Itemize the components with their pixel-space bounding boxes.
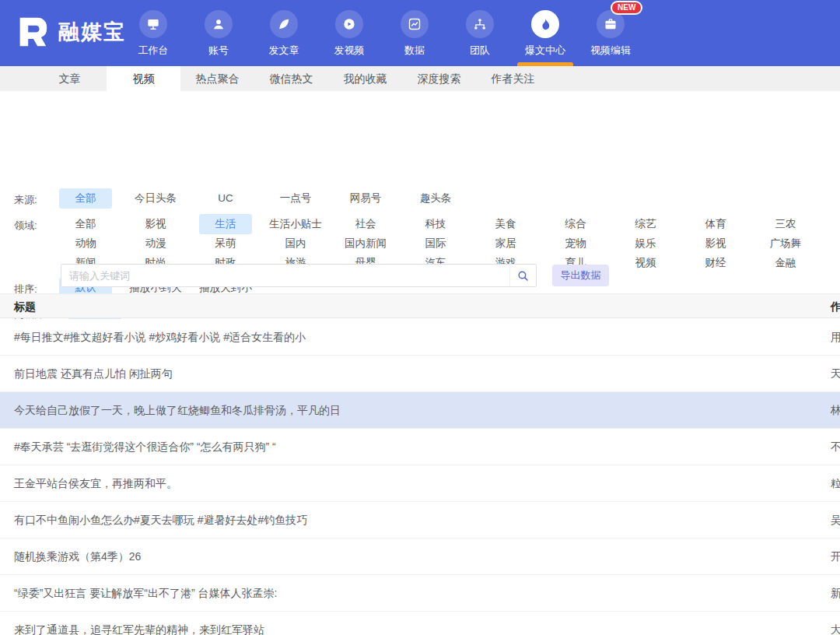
- filter-chip[interactable]: 趣头条: [409, 188, 462, 209]
- tab-2[interactable]: 视频: [107, 66, 180, 91]
- row-title: 今天给自己放假了一天，晚上做了红烧鲫鱼和冬瓜排骨汤，平凡的日: [14, 404, 341, 418]
- search-box: [61, 264, 537, 287]
- filter-chip[interactable]: 一点号: [269, 188, 322, 209]
- table-row[interactable]: 前日地震 还真有点儿怕 闲扯两句天: [0, 356, 840, 392]
- nav-item-user[interactable]: 账号: [186, 0, 251, 66]
- table-row[interactable]: 王金平站台侯友宜，再推两和平。粒: [0, 465, 840, 502]
- filter-chip[interactable]: 宠物: [549, 233, 602, 254]
- filter-chip[interactable]: 全部: [59, 188, 112, 209]
- filter-chip[interactable]: 网易号: [339, 188, 392, 209]
- chart-icon: [401, 10, 429, 38]
- tab-5[interactable]: 我的收藏: [328, 66, 402, 91]
- table-body: #每日推文#推文超好看小说 #炒鸡好看小说 #适合女生看的小用前日地震 还真有点…: [0, 319, 840, 635]
- nav-item-briefcase[interactable]: 视频编辑NEW: [578, 0, 643, 66]
- tab-3[interactable]: 热点聚合: [180, 66, 254, 91]
- nav-item-feather[interactable]: 发文章: [251, 0, 317, 66]
- filter-chip[interactable]: 生活小贴士: [268, 214, 324, 234]
- filter-chip[interactable]: 家居: [479, 233, 532, 254]
- nav-item-label: 数据: [404, 44, 425, 58]
- new-badge: NEW: [611, 1, 642, 15]
- filter-chip[interactable]: 广场舞: [759, 233, 812, 254]
- table-row[interactable]: “绿委”又出狂言 要让解放军“出不了港” 台媒体人张孟崇:新: [0, 575, 840, 612]
- filter-label-domain-1: 领域:: [14, 219, 37, 233]
- row-author-partial: 粒: [831, 477, 840, 491]
- row-title: “绿委”又出狂言 要让解放军“出不了港” 台媒体人张孟崇:: [14, 587, 277, 601]
- filter-chip[interactable]: 体育: [689, 214, 742, 234]
- top-nav-bar: 融媒宝 工作台账号发文章发视频数据团队爆文中心视频编辑NEW: [0, 0, 840, 66]
- filter-chip[interactable]: 动漫: [129, 233, 182, 254]
- filter-row-domain-2: 动物动漫呆萌国内国内新闻国际家居宠物娱乐影视广场舞: [0, 233, 840, 254]
- nav-item-label: 视频编辑: [590, 44, 631, 58]
- filter-chip[interactable]: UC: [199, 188, 252, 209]
- filter-chip[interactable]: 全部: [59, 214, 112, 234]
- search-input[interactable]: [61, 270, 509, 282]
- nav-item-label: 工作台: [138, 44, 169, 58]
- monitor-icon: [139, 10, 167, 38]
- row-title: 王金平站台侯友宜，再推两和平。: [14, 477, 177, 491]
- filter-chip[interactable]: 影视: [689, 233, 742, 254]
- brand-logo-icon: [14, 14, 50, 50]
- filter-chip[interactable]: 娱乐: [619, 233, 672, 254]
- tab-6[interactable]: 深度搜索: [402, 66, 476, 91]
- filter-chip[interactable]: 科技: [409, 214, 462, 234]
- table-row[interactable]: 随机换乘游戏（第4季）26开: [0, 539, 840, 575]
- filter-row-domain-1: 领域:全部影视生活生活小贴士社会科技美食综合综艺体育三农: [0, 214, 840, 234]
- nav-item-video[interactable]: 发视频: [317, 0, 382, 66]
- team-icon: [466, 10, 494, 38]
- filter-chip[interactable]: 美食: [479, 214, 532, 234]
- filter-chip[interactable]: 动物: [59, 233, 112, 254]
- search-icon[interactable]: [509, 265, 536, 286]
- brand-name: 融媒宝: [58, 18, 126, 46]
- filter-chip[interactable]: 社会: [339, 214, 392, 234]
- tab-7[interactable]: 作者关注: [476, 66, 550, 91]
- row-author-partial: 新: [831, 587, 840, 601]
- filter-chip[interactable]: 生活: [199, 214, 252, 234]
- row-author-partial: 天: [831, 367, 840, 381]
- nav-item-team[interactable]: 团队: [447, 0, 513, 66]
- row-title: 随机换乘游戏（第4季）26: [14, 550, 141, 564]
- row-author-partial: 不: [831, 440, 840, 454]
- filter-chip[interactable]: 三农: [759, 214, 812, 234]
- filter-panel: 来源:全部今日头条UC一点号网易号趣头条领域:全部影视生活生活小贴士社会科技美食…: [0, 91, 840, 293]
- filter-chip[interactable]: 影视: [129, 214, 182, 234]
- nav-item-flame[interactable]: 爆文中心: [513, 0, 578, 66]
- table-row[interactable]: #奉天承芸 “去逛街觉得这个很适合你” “怎么有两只狗” “不: [0, 429, 840, 465]
- row-author-partial: 开: [831, 550, 840, 564]
- nav-item-label: 爆文中心: [525, 44, 565, 58]
- filter-chip[interactable]: 今日头条: [129, 188, 182, 209]
- row-author-partial: 吴: [831, 514, 840, 528]
- search-row: 导出数据: [0, 264, 840, 287]
- export-data-button[interactable]: 导出数据: [552, 265, 609, 286]
- table-row[interactable]: 有口不中鱼闹小鱼怎么办#夏天去哪玩 #避暑好去处#钓鱼技巧吴: [0, 502, 840, 539]
- table-header: 标题 作者: [0, 293, 840, 318]
- tab-4[interactable]: 微信热文: [254, 66, 328, 91]
- table-row[interactable]: 来到了通道县，追寻红军先辈的精神，来到红军驿站大: [0, 612, 840, 635]
- filter-chip[interactable]: 综艺: [619, 214, 672, 234]
- filter-chip[interactable]: 国内: [269, 233, 322, 254]
- nav-item-label: 团队: [470, 44, 490, 58]
- nav-item-label: 发视频: [334, 44, 365, 58]
- row-title: 有口不中鱼闹小鱼怎么办#夏天去哪玩 #避暑好去处#钓鱼技巧: [14, 514, 307, 528]
- filter-chip[interactable]: 国际: [409, 233, 462, 254]
- nav-item-chart[interactable]: 数据: [382, 0, 447, 66]
- filter-chip[interactable]: 综合: [549, 214, 602, 234]
- row-title: 前日地震 还真有点儿怕 闲扯两句: [14, 367, 173, 381]
- row-author-partial: 大: [831, 623, 840, 635]
- table-row[interactable]: #每日推文#推文超好看小说 #炒鸡好看小说 #适合女生看的小用: [0, 319, 840, 356]
- table-row[interactable]: 今天给自己放假了一天，晚上做了红烧鲫鱼和冬瓜排骨汤，平凡的日林: [0, 392, 840, 429]
- filter-row-source: 来源:全部今日头条UC一点号网易号趣头条: [0, 188, 840, 209]
- tab-1[interactable]: 文章: [33, 66, 107, 91]
- column-header-title: 标题: [14, 300, 36, 314]
- brand-logo[interactable]: 融媒宝: [14, 14, 126, 50]
- user-icon: [205, 10, 233, 38]
- nav-item-label: 发文章: [269, 44, 299, 58]
- nav-items: 工作台账号发文章发视频数据团队爆文中心视频编辑NEW: [121, 0, 643, 66]
- row-title: #每日推文#推文超好看小说 #炒鸡好看小说 #适合女生看的小: [14, 331, 306, 345]
- nav-item-monitor[interactable]: 工作台: [121, 0, 186, 66]
- row-title: #奉天承芸 “去逛街觉得这个很适合你” “怎么有两只狗” “: [14, 440, 276, 454]
- row-author-partial: 林: [831, 404, 840, 418]
- filter-chip[interactable]: 呆萌: [199, 233, 252, 254]
- filter-chip[interactable]: 国内新闻: [339, 233, 392, 254]
- flame-icon: [531, 10, 559, 38]
- row-author-partial: 用: [831, 331, 840, 345]
